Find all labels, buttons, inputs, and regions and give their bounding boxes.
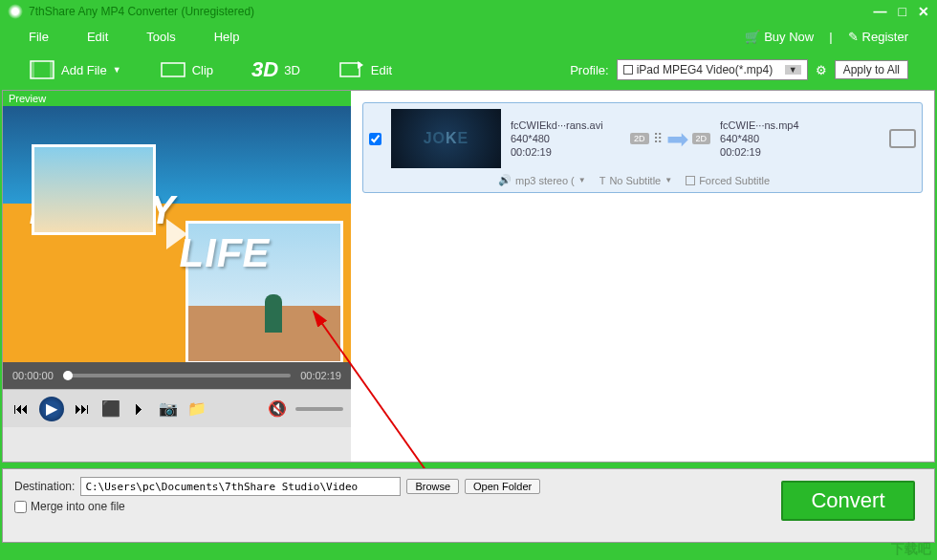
app-logo-icon (8, 4, 23, 19)
target-resolution: 640*480 (720, 133, 830, 144)
next-button[interactable]: ⏵ (129, 398, 150, 420)
svg-rect-4 (340, 63, 360, 76)
playback-controls: ⏮ ▶ ⏭ ⬛ ⏵ 📷 📁 🔇 (3, 389, 351, 427)
profile-label: Profile: (570, 63, 608, 77)
volume-slider[interactable] (295, 407, 343, 411)
separator: | (829, 30, 832, 44)
browse-button[interactable]: Browse (406, 479, 459, 494)
menu-help[interactable]: Help (214, 30, 240, 44)
close-button[interactable]: ✕ (918, 4, 929, 19)
checkbox-icon (686, 176, 695, 185)
device-icon (623, 65, 633, 75)
subtitle-select[interactable]: T No Subtitle ▼ (599, 175, 672, 186)
preview-label: Preview (3, 91, 351, 106)
dots-icon: ⠿ (653, 131, 663, 146)
preview-scene-1 (32, 144, 156, 235)
edit-label: Edit (371, 63, 392, 77)
3d-icon: 3D (251, 57, 278, 82)
merge-label: Merge into one file (31, 500, 125, 513)
rewind-button[interactable]: ⏮ (11, 398, 32, 420)
badge-target: 2D (692, 133, 711, 144)
forward-button[interactable]: ⏭ (72, 398, 93, 420)
file-item[interactable]: JOKE fcCWIEkd···rans.avi 640*480 00:02:1… (362, 102, 923, 193)
chevron-down-icon: ▼ (785, 65, 801, 75)
text-icon: T (599, 175, 606, 186)
register-button[interactable]: ✎ Register (848, 30, 908, 44)
3d-label: 3D (284, 63, 300, 77)
source-filename: fcCWIEkd···rans.avi (511, 119, 621, 131)
3d-button[interactable]: 3D 3D (251, 57, 300, 82)
audio-select[interactable]: 🔊 mp3 stereo ( ▼ (498, 174, 586, 186)
preview-scene-2 (185, 221, 343, 362)
snapshot-button[interactable]: 📷 (158, 398, 179, 420)
arrow-icon: ➡ (666, 123, 688, 155)
target-filename: fcCWIE···ns.mp4 (720, 119, 830, 131)
bottom-panel: Destination: Browse Open Folder Merge in… (2, 468, 935, 543)
clip-label: Clip (192, 63, 213, 77)
main-area: Preview 00:00:00 00:02:19 ⏮ ▶ ⏭ ⬛ ⏵ 📷 📁 … (2, 90, 935, 463)
file-thumbnail[interactable]: JOKE (391, 109, 501, 168)
title-bar: 7thShare Any MP4 Converter (Unregistered… (0, 0, 937, 23)
convert-label: Convert (811, 488, 884, 513)
toolbar: Add File ▼ Clip 3D 3D Edit Profile: iPad… (0, 50, 937, 90)
buy-now-button[interactable]: 🛒 Buy Now (745, 30, 814, 44)
register-label: Register (862, 30, 908, 44)
film-icon (29, 59, 55, 80)
svg-rect-2 (50, 61, 54, 78)
source-info: fcCWIEkd···rans.avi 640*480 00:02:19 (511, 119, 621, 158)
pen-icon: ✎ (848, 30, 859, 44)
file-list-panel: JOKE fcCWIEkd···rans.avi 640*480 00:02:1… (351, 91, 934, 462)
open-folder-button[interactable]: Open Folder (465, 479, 540, 494)
menu-tools[interactable]: Tools (146, 30, 175, 44)
minimize-button[interactable]: — (874, 4, 887, 19)
file-checkbox[interactable] (369, 133, 381, 145)
subtitle-value: No Subtitle (609, 175, 661, 186)
timeline[interactable]: 00:00:00 00:02:19 (3, 362, 351, 389)
watermark: 下载吧 (891, 541, 931, 558)
play-button[interactable]: ▶ (39, 397, 64, 421)
time-total: 00:02:19 (300, 370, 341, 381)
profile-select[interactable]: iPad MPEG4 Video(*.mp4) ▼ (617, 59, 808, 80)
time-current: 00:00:00 (12, 370, 54, 381)
merge-checkbox[interactable] (14, 501, 27, 513)
forced-subtitle-toggle[interactable]: Forced Subtitle (686, 175, 770, 186)
apply-to-all-button[interactable]: Apply to All (835, 60, 908, 79)
profile-value: iPad MPEG4 Video(*.mp4) (637, 63, 774, 76)
target-duration: 00:02:19 (720, 146, 830, 158)
edit-icon (338, 59, 365, 80)
forced-subtitle-label: Forced Subtitle (699, 175, 770, 186)
source-resolution: 640*480 (511, 133, 621, 144)
chevron-down-icon: ▼ (665, 176, 672, 184)
chevron-down-icon: ▼ (578, 176, 586, 184)
timeline-track[interactable] (63, 374, 291, 377)
settings-icon[interactable]: ⚙ (816, 63, 827, 77)
buy-now-label: Buy Now (764, 30, 814, 44)
window-controls: — □ ✕ (874, 4, 929, 19)
maximize-button[interactable]: □ (899, 4, 906, 19)
target-info: fcCWIE···ns.mp4 640*480 00:02:19 (720, 119, 830, 158)
badge-source: 2D (630, 133, 649, 144)
destination-input[interactable] (80, 477, 401, 496)
speaker-icon: 🔊 (498, 174, 512, 186)
cart-icon: 🛒 (745, 30, 760, 44)
edit-button[interactable]: Edit (338, 59, 392, 80)
menu-file[interactable]: File (29, 30, 49, 44)
preview-panel: Preview 00:00:00 00:02:19 ⏮ ▶ ⏭ ⬛ ⏵ 📷 📁 … (3, 91, 351, 462)
convert-button[interactable]: Convert (781, 481, 915, 521)
audio-value: mp3 stereo ( (515, 175, 575, 186)
source-duration: 00:02:19 (511, 146, 621, 158)
menu-edit[interactable]: Edit (87, 30, 108, 44)
clip-icon (160, 59, 186, 80)
folder-button[interactable]: 📁 (186, 398, 207, 420)
play-overlay-icon[interactable] (166, 219, 187, 249)
preview-image[interactable] (3, 106, 351, 362)
add-file-button[interactable]: Add File ▼ (29, 59, 121, 80)
mute-button[interactable]: 🔇 (267, 398, 288, 420)
svg-rect-3 (162, 63, 185, 76)
stop-button[interactable]: ⬛ (100, 398, 121, 420)
clip-button[interactable]: Clip (160, 59, 213, 80)
device-preview-icon[interactable] (889, 129, 916, 148)
destination-label: Destination: (14, 480, 75, 493)
add-file-label: Add File (61, 63, 107, 77)
dropdown-icon: ▼ (113, 65, 121, 75)
